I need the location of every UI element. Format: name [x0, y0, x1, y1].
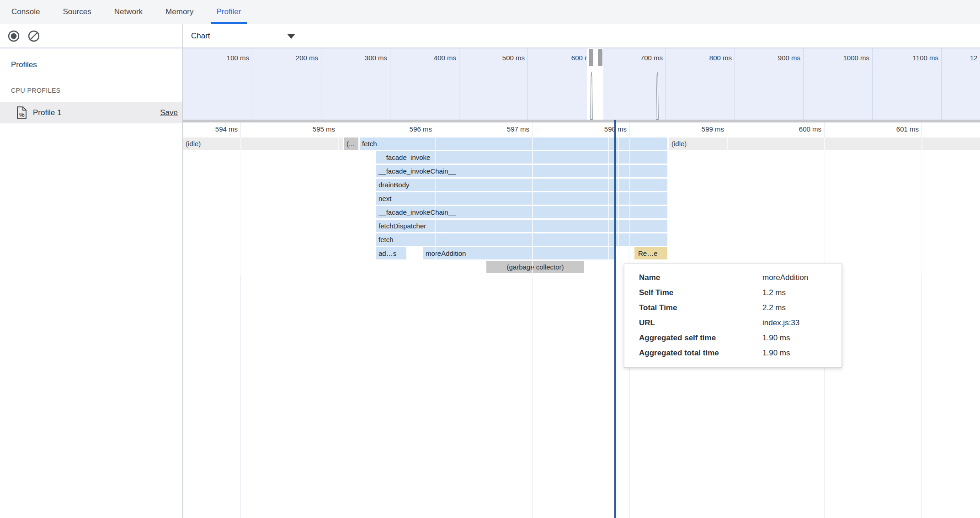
time-tick-label: 599 ms [669, 122, 724, 136]
overview-gridline [872, 48, 873, 120]
flame-bar[interactable]: fetch [360, 137, 667, 150]
cpu-profiles-section-heading: CPU PROFILES [11, 87, 61, 94]
tooltip-value: 1.90 ms [762, 330, 837, 345]
record-circle-icon [7, 30, 20, 42]
overview-tick-label: 700 ms [608, 54, 663, 62]
overview-tick-label: 600 ms [539, 54, 594, 62]
overview-tick-label: 900 ms [746, 54, 800, 62]
flame-bar[interactable]: (idle) [183, 137, 343, 150]
svg-text:%: % [19, 111, 25, 118]
flame-bar[interactable]: ad…s [376, 247, 406, 259]
overview-gridline [666, 48, 666, 120]
bar-grid-overlay [921, 137, 922, 275]
time-tick-label: 600 ms [767, 122, 821, 136]
flame-bar[interactable]: moreAddition [423, 247, 615, 259]
devtools-window: ConsoleSourcesNetworkMemoryProfiler Char… [0, 0, 980, 518]
time-tick-label: 597 ms [474, 122, 529, 136]
tooltip-row: Self Time1.2 ms [639, 285, 837, 300]
tooltip-row: URLindex.js:33 [639, 315, 837, 330]
tooltip-value: 1.2 ms [762, 285, 837, 300]
timeline-overview[interactable]: 100 ms200 ms300 ms400 ms500 ms600 ms700 … [183, 48, 980, 120]
tooltip-label: Aggregated self time [639, 330, 762, 345]
bar-grid-overlay [240, 137, 241, 275]
record-button[interactable] [7, 30, 20, 42]
overview-gridline [735, 48, 735, 120]
flame-bar[interactable]: fetchDispatcher [376, 220, 667, 232]
selection-handle-left[interactable] [589, 49, 593, 66]
overview-gridline [390, 48, 390, 120]
timeline-cursor-line [614, 120, 616, 518]
clear-button[interactable] [27, 30, 40, 42]
overview-tick-label: 300 ms [332, 54, 387, 62]
time-tick-label: 595 ms [280, 122, 335, 136]
overview-tick-label: 200 ms [263, 54, 318, 62]
tooltip-row: Aggregated total time1.90 ms [639, 345, 837, 360]
view-mode-value: Chart [191, 32, 210, 41]
overview-tick-label: 800 ms [677, 54, 732, 62]
time-tick-label: 596 ms [377, 122, 432, 136]
tooltip-label: Self Time [639, 285, 762, 300]
flame-bar[interactable]: Re…e [634, 247, 667, 259]
flame-chart[interactable]: 594 ms595 ms596 ms597 ms598 ms599 ms600 … [183, 122, 980, 518]
overview-tick-label: 400 ms [401, 54, 456, 62]
sample-separator [618, 137, 619, 261]
time-tick-label: 601 ms [864, 122, 919, 136]
flame-bar[interactable]: fetch [376, 233, 667, 246]
flame-bar[interactable]: (garbage collector) [486, 261, 584, 273]
overview-gridline [803, 48, 804, 120]
bar-grid-overlay [629, 137, 630, 275]
tab-network[interactable]: Network [108, 0, 149, 24]
tooltip-value: 1.90 ms [762, 345, 837, 360]
tooltip-label: Total Time [639, 300, 762, 315]
save-profile-link[interactable]: Save [160, 102, 178, 123]
overview-gridline [459, 48, 459, 120]
view-mode-select[interactable]: Chart [191, 24, 301, 48]
cpu-activity-spike [590, 72, 593, 120]
dropdown-triangle-icon [287, 34, 295, 39]
flame-bar[interactable]: next [376, 192, 667, 205]
clear-slash-icon [27, 30, 40, 42]
flame-bar[interactable]: __facade_invokeChain__ [376, 165, 667, 177]
profiles-heading: Profiles [11, 60, 37, 69]
tab-memory[interactable]: Memory [160, 0, 199, 24]
tooltip-row: NamemoreAddition [639, 270, 837, 285]
profile-name: Profile 1 [33, 102, 61, 123]
time-tick-label: 598 ms [572, 122, 627, 136]
profiler-main-pane: 100 ms200 ms300 ms400 ms500 ms600 ms700 … [183, 48, 980, 518]
tooltip-value: 2.2 ms [762, 300, 837, 315]
overview-gridline [321, 48, 321, 120]
time-tick-label: 594 ms [183, 122, 238, 136]
tooltip-row: Aggregated self time1.90 ms [639, 330, 837, 345]
flame-bar[interactable]: (... [344, 137, 358, 150]
devtools-tab-bar: ConsoleSourcesNetworkMemoryProfiler [0, 0, 980, 24]
tab-sources[interactable]: Sources [57, 0, 97, 24]
profiles-sidebar: Profiles CPU PROFILES % Profile 1 Save [0, 48, 183, 518]
sample-separator [608, 137, 609, 261]
toolbar-row: Chart [0, 24, 980, 48]
bar-grid-overlay [338, 137, 339, 275]
flame-bar[interactable]: drainBody [376, 179, 667, 191]
tooltip-label: Aggregated total time [639, 345, 762, 360]
tooltip-value: moreAddition [762, 270, 837, 285]
selection-handle-right[interactable] [598, 49, 602, 66]
profile-list-item[interactable]: % Profile 1 Save [0, 102, 182, 123]
flame-bar[interactable]: __facade_invoke__ [376, 151, 667, 164]
overview-label-strip-border [183, 67, 980, 67]
bar-grid-overlay [824, 137, 825, 275]
overview-gridline [941, 48, 942, 120]
tab-profiler[interactable]: Profiler [211, 0, 247, 24]
panel-divider [182, 24, 183, 48]
profile-document-icon: % [16, 106, 27, 122]
overview-gridline [527, 48, 528, 120]
flame-bar[interactable]: __facade_invokeChain__ [376, 206, 667, 218]
bar-grid-overlay [727, 137, 728, 275]
overview-tick-label: 1000 ms [815, 54, 869, 62]
overview-tick-label: 100 ms [194, 54, 249, 62]
overview-tick-label: 1100 ms [884, 54, 938, 62]
tooltip-row: Total Time2.2 ms [639, 300, 837, 315]
cpu-activity-spike [655, 72, 659, 120]
tab-console[interactable]: Console [5, 0, 46, 24]
frame-tooltip: NamemoreAdditionSelf Time1.2 msTotal Tim… [624, 264, 842, 368]
bar-grid-overlay [435, 137, 436, 275]
tooltip-label: Name [639, 270, 762, 285]
